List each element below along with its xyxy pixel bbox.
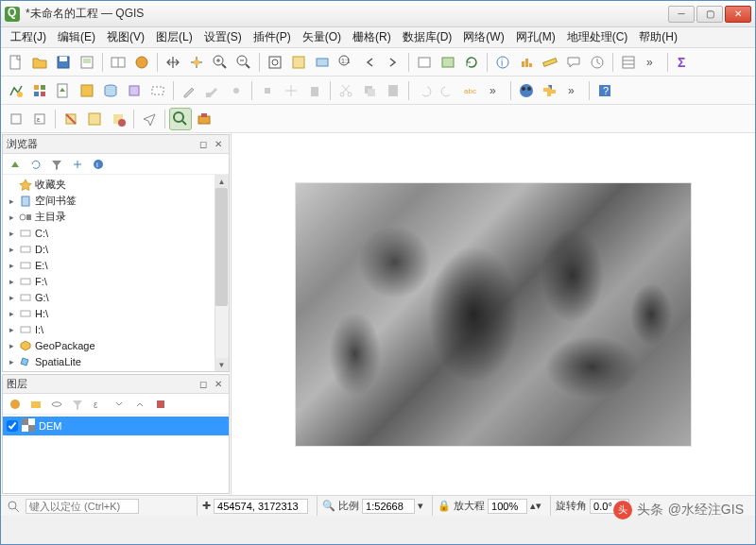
- layers-tree[interactable]: DEM: [3, 415, 229, 493]
- layout-manager-button[interactable]: [107, 51, 129, 74]
- select-all-button[interactable]: [83, 108, 106, 130]
- panel-undock-button[interactable]: ◻: [197, 378, 210, 391]
- browser-item-h[interactable]: ▸H:\: [3, 305, 229, 321]
- panel-undock-button[interactable]: ◻: [197, 138, 210, 151]
- add-layer-icon[interactable]: [7, 156, 24, 173]
- menu-project[interactable]: 工程(J): [5, 27, 52, 47]
- toolbox-button[interactable]: [193, 108, 215, 130]
- menu-layer[interactable]: 图层(L): [150, 27, 198, 47]
- expand-icon[interactable]: [111, 396, 128, 413]
- help-button[interactable]: ?: [593, 79, 616, 102]
- select-button[interactable]: [5, 108, 27, 130]
- sigma-button[interactable]: Σ: [672, 51, 695, 74]
- style-manager-button[interactable]: [130, 51, 153, 74]
- stepper-icon[interactable]: ▴▾: [530, 500, 541, 512]
- browser-item-空间书签[interactable]: ▸空间书签: [3, 193, 229, 209]
- collapse-all-icon[interactable]: [131, 396, 148, 413]
- expand-arrow-icon[interactable]: ▸: [7, 357, 16, 366]
- attributes-button[interactable]: [617, 51, 640, 74]
- abc-button[interactable]: abc: [460, 79, 483, 102]
- locator-input[interactable]: [26, 499, 139, 514]
- new-geopackage-button[interactable]: [76, 79, 98, 102]
- browser-item-d[interactable]: ▸D:\: [3, 241, 229, 257]
- menu-raster[interactable]: 栅格(R): [347, 27, 397, 47]
- redo-button[interactable]: [437, 79, 459, 102]
- dropdown-icon[interactable]: ▾: [418, 500, 423, 512]
- invert-sel-button[interactable]: [107, 108, 129, 130]
- zoom-in-button[interactable]: [209, 51, 232, 74]
- statistics-button[interactable]: [515, 51, 538, 74]
- browser-tree[interactable]: ▲ ▼ 收藏夹▸空间书签▸主目录▸C:\▸D:\▸E:\▸F:\▸G:\▸H:\…: [3, 175, 229, 371]
- menu-web[interactable]: 网络(W): [457, 27, 509, 47]
- lock-icon[interactable]: 🔒: [438, 500, 451, 512]
- browser-item-spatialite[interactable]: ▸SpatiaLite: [3, 353, 229, 369]
- edit-pencil-icon[interactable]: [178, 79, 200, 102]
- remove-icon[interactable]: [152, 396, 169, 413]
- osm-button[interactable]: [515, 79, 538, 102]
- magnifier-input[interactable]: [488, 499, 527, 514]
- move-feature-button[interactable]: [280, 79, 302, 102]
- more2-icon[interactable]: »: [562, 79, 585, 102]
- expand-arrow-icon[interactable]: ▸: [7, 245, 16, 254]
- menu-settings[interactable]: 设置(S): [198, 27, 248, 47]
- cut-button[interactable]: [335, 79, 357, 102]
- temporal-button[interactable]: [586, 51, 609, 74]
- scrollbar[interactable]: ▲ ▼: [215, 175, 229, 371]
- browser-item-g[interactable]: ▸G:\: [3, 289, 229, 305]
- zoom-out-button[interactable]: [232, 51, 255, 74]
- expand-arrow-icon[interactable]: ▸: [7, 261, 16, 270]
- new-shapefile-button[interactable]: [52, 79, 75, 102]
- browser-item-c[interactable]: ▸C:\: [3, 225, 229, 241]
- copy-button[interactable]: [358, 79, 381, 102]
- add-raster-button[interactable]: [28, 79, 51, 102]
- zoom-next-button[interactable]: [382, 51, 404, 74]
- new-virtual-button[interactable]: [146, 79, 169, 102]
- identify-button[interactable]: i: [491, 51, 514, 74]
- browser-item-主目录[interactable]: ▸主目录: [3, 209, 229, 225]
- style-icon[interactable]: [7, 396, 24, 413]
- menu-help[interactable]: 帮助(H): [633, 27, 683, 47]
- expand-arrow-icon[interactable]: ▸: [7, 325, 16, 334]
- measure-button[interactable]: [539, 51, 561, 74]
- scroll-thumb[interactable]: [215, 188, 228, 306]
- maximize-button[interactable]: ▢: [696, 6, 723, 23]
- add-group-icon[interactable]: [27, 396, 44, 413]
- refresh-icon[interactable]: [27, 156, 44, 173]
- menu-view[interactable]: 视图(V): [101, 27, 150, 47]
- scale-input[interactable]: [362, 499, 415, 514]
- browser-item-收藏夹[interactable]: 收藏夹: [3, 177, 229, 193]
- deselect-button[interactable]: [60, 108, 82, 130]
- no-action-button[interactable]: »: [641, 51, 663, 74]
- pan-button[interactable]: [162, 51, 184, 74]
- save-project-button[interactable]: [52, 51, 75, 74]
- expand-arrow-icon[interactable]: ▸: [7, 196, 16, 206]
- expand-arrow-icon[interactable]: ▸: [7, 229, 16, 238]
- new-project-button[interactable]: [5, 51, 27, 74]
- python-button[interactable]: [539, 79, 561, 102]
- minimize-button[interactable]: ─: [668, 6, 695, 23]
- scroll-down-icon[interactable]: ▼: [215, 358, 229, 371]
- more-icon[interactable]: »: [484, 79, 507, 102]
- filter-icon[interactable]: [48, 156, 65, 173]
- paste-button[interactable]: [382, 79, 404, 102]
- pan-to-selection-button[interactable]: [185, 51, 208, 74]
- select-expr-button[interactable]: ε: [28, 108, 51, 130]
- zoom-full-button[interactable]: [264, 51, 286, 74]
- map-canvas[interactable]: [232, 133, 755, 495]
- rotation-input[interactable]: [590, 499, 629, 514]
- zoom-native-button[interactable]: 1:1: [335, 51, 357, 74]
- menu-plugins[interactable]: 插件(P): [248, 27, 297, 47]
- zoom-layer-button[interactable]: [311, 51, 334, 74]
- expand-arrow-icon[interactable]: ▸: [7, 309, 16, 318]
- zoom-last-button[interactable]: [358, 51, 381, 74]
- map-tips-button[interactable]: [562, 51, 585, 74]
- panel-close-button[interactable]: ✕: [212, 378, 225, 391]
- expand-arrow-icon[interactable]: ▸: [7, 341, 16, 350]
- browser-item-geopackage[interactable]: ▸GeoPackage: [3, 337, 229, 353]
- scroll-up-icon[interactable]: ▲: [215, 175, 229, 188]
- menu-mesh[interactable]: 网孔(M): [510, 27, 561, 47]
- layer-visibility-checkbox[interactable]: [7, 420, 18, 432]
- close-button[interactable]: ✕: [725, 6, 751, 23]
- new-spatialite-button[interactable]: [99, 79, 122, 102]
- new-3d-view-button[interactable]: [437, 51, 459, 74]
